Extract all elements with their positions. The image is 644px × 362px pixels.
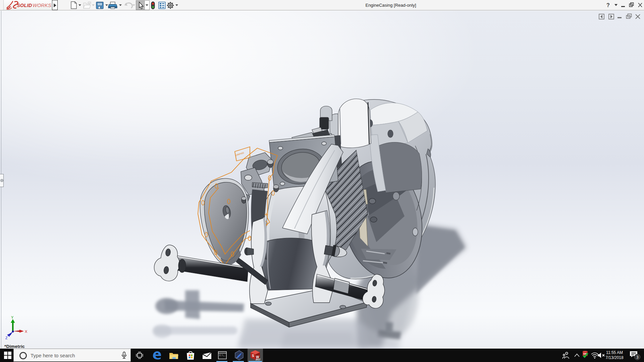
svg-text:3: 3 bbox=[636, 355, 639, 360]
svg-text:S: S bbox=[252, 354, 254, 358]
svg-text:2017: 2017 bbox=[256, 358, 261, 361]
svg-text:X: X bbox=[25, 329, 28, 334]
svg-text:C:\_: C:\_ bbox=[219, 354, 225, 357]
svg-text:Z: Z bbox=[5, 336, 8, 340]
svg-text:SOLID: SOLID bbox=[17, 3, 32, 8]
svg-text:Y: Y bbox=[11, 315, 14, 319]
svg-text:?: ? bbox=[606, 2, 610, 8]
svg-text:WORKS: WORKS bbox=[33, 3, 51, 8]
